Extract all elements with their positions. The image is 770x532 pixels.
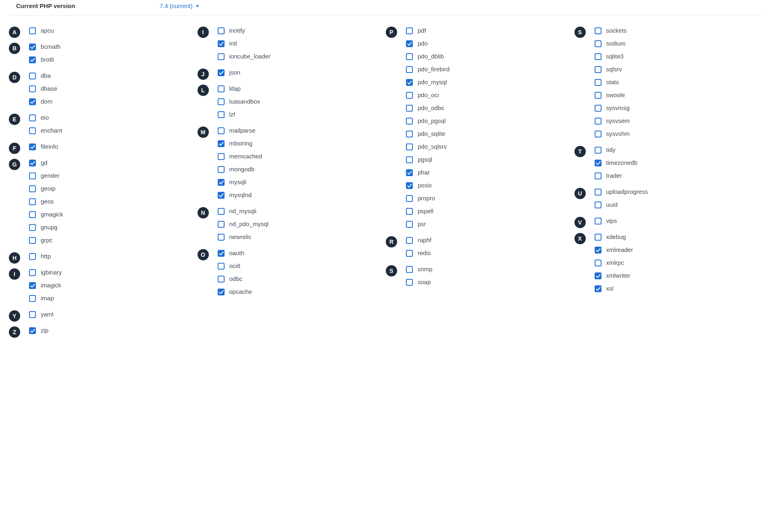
extension-label[interactable]: trader <box>606 172 622 180</box>
extension-checkbox-raphf[interactable] <box>406 237 413 244</box>
extension-checkbox-zip[interactable] <box>29 327 36 334</box>
extension-checkbox-pdo[interactable] <box>406 40 413 47</box>
extension-checkbox-imagick[interactable] <box>29 282 36 289</box>
extension-label[interactable]: snmp <box>418 265 433 273</box>
extension-label[interactable]: mysqli <box>229 178 247 186</box>
extension-checkbox-yaml[interactable] <box>29 311 36 318</box>
extension-label[interactable]: dom <box>41 98 52 106</box>
extension-checkbox-trader[interactable] <box>595 172 601 179</box>
extension-checkbox-odbc[interactable] <box>218 276 225 283</box>
extension-checkbox-brotli[interactable] <box>29 56 36 63</box>
extension-label[interactable]: pdo_oci <box>418 91 439 99</box>
extension-label[interactable]: sqlite3 <box>606 52 624 60</box>
extension-checkbox-xsl[interactable] <box>595 285 601 292</box>
extension-label[interactable]: posix <box>418 181 432 189</box>
extension-label[interactable]: intl <box>229 39 237 48</box>
extension-checkbox-posix[interactable] <box>406 182 413 189</box>
extension-checkbox-igbinary[interactable] <box>29 269 36 276</box>
extension-label[interactable]: geos <box>41 197 54 206</box>
extension-checkbox-grpc[interactable] <box>29 237 36 244</box>
extension-checkbox-pspell[interactable] <box>406 208 413 215</box>
extension-checkbox-sqlite3[interactable] <box>595 53 601 60</box>
extension-checkbox-intl[interactable] <box>218 40 225 47</box>
extension-label[interactable]: geoip <box>41 185 56 193</box>
extension-checkbox-uploadprogress[interactable] <box>595 189 601 195</box>
extension-label[interactable]: vips <box>606 217 617 225</box>
extension-label[interactable]: pdo_sqlsrv <box>418 143 447 151</box>
extension-label[interactable]: sysvmsg <box>606 104 630 112</box>
extension-checkbox-uuid[interactable] <box>595 202 601 208</box>
extension-checkbox-memcached[interactable] <box>218 153 225 160</box>
extension-checkbox-dom[interactable] <box>29 98 36 105</box>
extension-label[interactable]: grpc <box>41 236 52 244</box>
extension-checkbox-pdo_oci[interactable] <box>406 92 413 99</box>
extension-label[interactable]: mailparse <box>229 127 256 135</box>
extension-checkbox-redis[interactable] <box>406 250 413 257</box>
extension-label[interactable]: phar <box>418 168 430 177</box>
extension-checkbox-sockets[interactable] <box>595 27 601 34</box>
extension-label[interactable]: memcached <box>229 152 262 160</box>
extension-checkbox-inotify[interactable] <box>218 27 225 34</box>
extension-checkbox-tidy[interactable] <box>595 147 601 154</box>
extension-checkbox-nd_pdo_mysql[interactable] <box>218 221 225 228</box>
extension-checkbox-mysqli[interactable] <box>218 179 225 186</box>
extension-label[interactable]: mbstring <box>229 139 253 148</box>
extension-checkbox-pdo_pgsql[interactable] <box>406 118 413 125</box>
extension-checkbox-vips[interactable] <box>595 218 601 224</box>
php-version-selector[interactable]: 7.4 (current) <box>160 2 199 9</box>
extension-label[interactable]: mongodb <box>229 165 255 173</box>
extension-label[interactable]: fileinfo <box>41 143 58 151</box>
extension-checkbox-pdo_odbc[interactable] <box>406 105 413 112</box>
extension-checkbox-swoole[interactable] <box>595 92 601 99</box>
extension-checkbox-pdo_firebird[interactable] <box>406 66 413 73</box>
extension-label[interactable]: brotli <box>41 56 54 64</box>
extension-checkbox-enchant[interactable] <box>29 127 36 134</box>
extension-checkbox-geoip[interactable] <box>29 185 36 192</box>
extension-checkbox-lzf[interactable] <box>218 111 225 118</box>
extension-checkbox-sodium[interactable] <box>595 40 601 47</box>
extension-label[interactable]: sockets <box>606 27 627 35</box>
extension-label[interactable]: sqlsrv <box>606 65 622 73</box>
extension-label[interactable]: sysvsem <box>606 117 630 125</box>
extension-checkbox-luasandbox[interactable] <box>218 98 225 105</box>
extension-checkbox-json[interactable] <box>218 69 225 76</box>
extension-checkbox-apcu[interactable] <box>29 27 36 34</box>
extension-label[interactable]: pgsql <box>418 156 432 164</box>
extension-label[interactable]: opcache <box>229 288 252 296</box>
extension-label[interactable]: propro <box>418 194 435 202</box>
extension-checkbox-mongodb[interactable] <box>218 166 225 173</box>
extension-checkbox-dba[interactable] <box>29 73 36 79</box>
extension-label[interactable]: psr <box>418 220 426 228</box>
extension-label[interactable]: imagick <box>41 281 61 289</box>
extension-checkbox-pdo_dblib[interactable] <box>406 53 413 60</box>
extension-checkbox-mailparse[interactable] <box>218 127 225 134</box>
extension-label[interactable]: pdo <box>418 39 428 48</box>
extension-checkbox-propro[interactable] <box>406 195 413 202</box>
extension-label[interactable]: uuid <box>606 201 618 209</box>
extension-checkbox-imap[interactable] <box>29 295 36 302</box>
extension-checkbox-pgsql[interactable] <box>406 156 413 163</box>
extension-label[interactable]: igbinary <box>41 268 62 276</box>
extension-label[interactable]: gd <box>41 159 48 167</box>
extension-checkbox-xmlreader[interactable] <box>595 247 601 254</box>
extension-checkbox-pdo_mysql[interactable] <box>406 79 413 86</box>
extension-checkbox-gd[interactable] <box>29 160 36 166</box>
extension-checkbox-pdo_sqlite[interactable] <box>406 131 413 137</box>
extension-label[interactable]: xmlwriter <box>606 272 631 280</box>
extension-checkbox-dbase[interactable] <box>29 85 36 92</box>
extension-label[interactable]: pdo_dblib <box>418 52 444 60</box>
extension-label[interactable]: dbase <box>41 85 57 93</box>
extension-label[interactable]: json <box>229 69 241 77</box>
extension-checkbox-gender[interactable] <box>29 172 36 179</box>
extension-label[interactable]: uploadprogress <box>606 188 648 196</box>
extension-label[interactable]: odbc <box>229 275 243 283</box>
extension-label[interactable]: nd_mysqli <box>229 207 257 215</box>
extension-label[interactable]: timezonedb <box>606 159 638 167</box>
extension-label[interactable]: xmlrpc <box>606 259 624 267</box>
extension-checkbox-mysqlnd[interactable] <box>218 192 225 199</box>
extension-label[interactable]: nd_pdo_mysql <box>229 220 269 228</box>
extension-label[interactable]: soap <box>418 278 431 286</box>
extension-label[interactable]: xsl <box>606 285 614 293</box>
extension-checkbox-xmlrpc[interactable] <box>595 260 601 266</box>
extension-checkbox-xmlwriter[interactable] <box>595 272 601 279</box>
